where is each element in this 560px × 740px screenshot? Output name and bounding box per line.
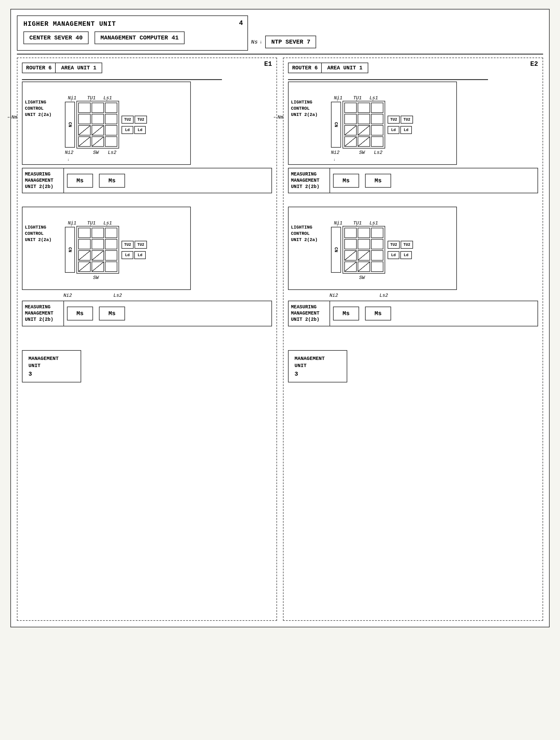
spacer1-e1 — [22, 201, 272, 207]
tu1-arrow2-e1: ↓ — [90, 223, 92, 227]
mgmt-unit-e2-wrapper: MANAGEMENTUNIT 3 — [288, 344, 538, 383]
spacer1-e2 — [288, 201, 538, 207]
ls1-arrow-e1: ↓ — [106, 98, 108, 102]
lcu2-label-e1: LIGHTINGCONTROLUNIT 2(2a) — [25, 210, 65, 243]
cell2-slash-e1 — [92, 250, 104, 261]
cell2-slash-e2 — [358, 250, 370, 261]
mmu1-e2: MEASURINGMANAGEMENTUNIT 2(2b) Ms Ms — [288, 168, 538, 193]
higher-mgmt-title: HIGHER MANAGEMENT UNIT — [23, 20, 241, 28]
grid-e2 — [342, 101, 385, 149]
cell-slash-e1 — [92, 125, 104, 135]
nm-label-e2: ← Nm — [274, 115, 283, 120]
cell-e1 — [78, 103, 91, 113]
ni2-label-e1: Ni2 — [65, 150, 74, 155]
lcu2-label-e2: LIGHTINGCONTROLUNIT 2(2a) — [291, 210, 331, 243]
cell-e2 — [371, 114, 383, 124]
router-area-row-e1: ROUTER 6 AREA UNIT 1 — [22, 63, 272, 73]
ni2-arrow-e2: ↓ — [333, 158, 335, 162]
higher-mgmt-boxes: CENTER SEVER 40 MANAGEMENT COMPUTER 41 — [23, 31, 241, 44]
cell-e2 — [344, 114, 357, 124]
cell2-e2 — [358, 239, 370, 249]
cell-slash-e2 — [344, 136, 357, 147]
cell2-e1 — [78, 239, 91, 249]
lcu1-diagram-row-e1: CN — [65, 101, 188, 149]
ms1-e2: Ms — [333, 174, 359, 188]
bus-e2 — [288, 79, 488, 80]
lcu1-e1: LIGHTINGCONTROLUNIT 2(2a) Ni1 TU1 Ls1 ↓ … — [22, 82, 272, 165]
lcu2-e1: LIGHTINGCONTROLUNIT 2(2a) Ni1 TU1 Ls1 ↓ … — [22, 207, 272, 290]
ls2-label2-e1: Ls2 — [113, 293, 122, 298]
cell2-slash-e1 — [78, 262, 91, 272]
lcu1-signal-labels-e1: Ni1 TU1 Ls1 ↓ ↓ ↓ — [65, 85, 188, 101]
tu2-box2-e2: TU2 — [401, 116, 413, 124]
tu2-ld2-col-e2: TU2 TU2 Ld Ld — [387, 241, 413, 259]
ni2-label2-e2: Ni2 — [330, 293, 338, 298]
router-area-row-e2: ROUTER 6 AREA UNIT 1 — [288, 63, 538, 73]
ld-box2-e1: Ld — [134, 126, 146, 134]
mgmt-unit-e1-wrapper: MANAGEMENTUNIT 3 — [22, 344, 272, 383]
grid2-e2 — [342, 226, 385, 274]
ms2-e2: Ms — [365, 174, 391, 188]
lcu2-e2: LIGHTINGCONTROLUNIT 2(2a) Ni1 TU1 Ls1 ↓ … — [288, 207, 538, 290]
ld-box1-e2: Ld — [387, 126, 400, 134]
cn2-box-e2: CN — [331, 227, 341, 273]
cell-slash-e2 — [344, 125, 357, 135]
nm-text-e1: Nm — [12, 115, 17, 120]
area-e2: E2 ROUTER 6 AREA UNIT 1 LIGHTINGCONTROLU… — [283, 58, 543, 621]
lcu1-diagram-row-e2: CN — [331, 101, 454, 149]
cell-e2 — [371, 125, 383, 135]
cell-e2 — [371, 136, 383, 147]
tu2-ld2-col-e1: TU2 TU2 Ld Ld — [121, 241, 147, 259]
cell2-slash-e1 — [92, 262, 104, 272]
cell-slash-e2 — [358, 136, 370, 147]
cn-box-e2: CN — [331, 102, 341, 148]
lcu1-label-e2: LIGHTINGCONTROLUNIT 2(2a) — [291, 85, 331, 118]
sw2-label-e1: SW — [93, 275, 99, 280]
ls2-label2-e2: Ls2 — [379, 293, 388, 298]
tu2-box4-e2: TU2 — [401, 241, 413, 249]
lcu1-signal-labels-e2: Ni1 TU1 Ls1 ↓ ↓ ↓ — [331, 85, 454, 101]
mmu2-right-e1: Ms Ms — [64, 301, 271, 326]
tu2-ld-col-e1: TU2 TU2 Ld Ld — [121, 116, 147, 134]
lcu2-ni2-ls2-e2: Ni2 Ls2 — [330, 293, 538, 298]
mgmt-unit-e1: MANAGEMENTUNIT 3 — [22, 350, 81, 383]
bus-e1 — [22, 79, 222, 80]
area-unit-box-e1: AREA UNIT 1 — [55, 63, 102, 73]
lcu2-diagram-row-e1: CN — [65, 226, 188, 274]
nm-arrow-e1: ← — [8, 115, 11, 120]
ntp-server-box: NTP SEVER 7 — [265, 35, 316, 48]
cell2-slash-e2 — [358, 262, 370, 272]
cell-e2 — [358, 114, 370, 124]
mmu1-label-e2: MEASURINGMANAGEMENTUNIT 2(2b) — [289, 168, 330, 193]
mmu1-right-e1: Ms Ms — [64, 168, 271, 193]
cell-e2 — [371, 103, 383, 113]
cell2-e1 — [92, 228, 104, 238]
ni1-arrow2-e2: ↓ — [336, 223, 338, 227]
cell2-e2 — [371, 228, 383, 238]
ld-box3-e1: Ld — [121, 251, 133, 259]
mgmt-unit-num-e1: 3 — [28, 371, 75, 377]
cell-e2 — [344, 103, 357, 113]
cell2-e2 — [371, 262, 383, 272]
ni1-arrow-e1: ↓ — [70, 98, 72, 102]
lcu2-signal-labels-e2: Ni1 TU1 Ls1 ↓ ↓ ↓ — [331, 210, 454, 226]
cell-e1 — [78, 114, 91, 124]
cell2-e1 — [78, 228, 91, 238]
cell-e1 — [105, 125, 117, 135]
ms1-e1: Ms — [67, 174, 93, 188]
nm-text-e2: Nm — [277, 115, 283, 120]
ni1-arrow2-e1: ↓ — [70, 223, 72, 227]
grid-e1 — [77, 101, 119, 149]
area-e2-label: E2 — [530, 61, 538, 68]
tu1-arrow-e1: ↓ — [90, 98, 92, 102]
cn-box-e1: CN — [65, 102, 75, 148]
cell2-e1 — [105, 262, 117, 272]
ld-box3-e2: Ld — [387, 251, 400, 259]
area-e1-label: E1 — [264, 61, 272, 68]
mmu2-label-e1: MEASURINGMANAGEMENTUNIT 2(2b) — [22, 301, 64, 326]
area-unit-box-e2: AREA UNIT 1 — [321, 63, 368, 73]
ls2-label-e2: Ls2 — [374, 150, 382, 155]
cell2-slash-e2 — [344, 262, 357, 272]
cell-e1 — [105, 136, 117, 147]
cell-slash-e1 — [92, 136, 104, 147]
